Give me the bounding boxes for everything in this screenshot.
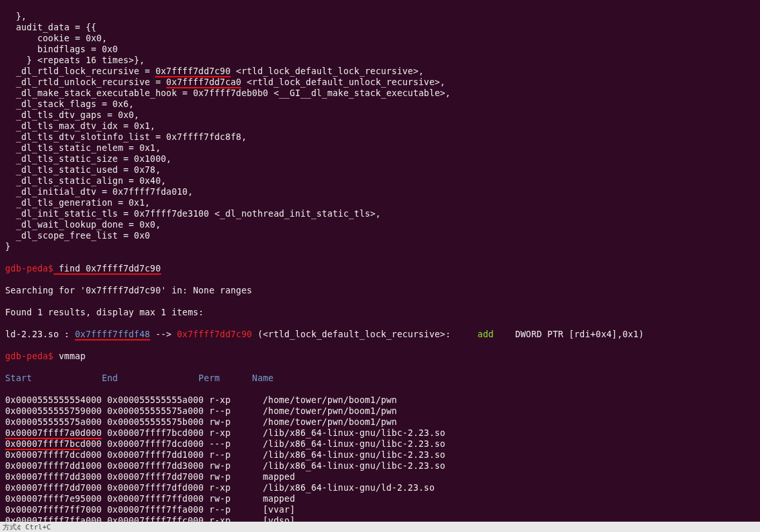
vmmap-start: 0x00007ffff7ff7000 bbox=[5, 504, 102, 515]
vmmap-perm: r--p bbox=[204, 449, 263, 460]
vmmap-header-name: Name bbox=[252, 373, 273, 383]
dump-line: _dl_make_stack_executable_hook = 0x7ffff… bbox=[5, 88, 755, 99]
vmmap-end: 0x000055555575a000 bbox=[102, 406, 204, 416]
vmmap-start: 0x00007ffff7dd7000 bbox=[5, 482, 102, 493]
vmmap-header-perm: Perm bbox=[199, 373, 252, 383]
dump-line: _dl_tls_dtv_slotinfo_list = 0x7ffff7fdc8… bbox=[5, 132, 755, 143]
vmmap-perm: ---p bbox=[204, 438, 263, 449]
vmmap-name: /lib/x86_64-linux-gnu/libc-2.23.so bbox=[263, 460, 445, 471]
vmmap-start: 0x000055555575a000 bbox=[5, 417, 102, 427]
dump-line: } bbox=[5, 241, 755, 252]
dump-line: _dl_scope_free_list = 0x0 bbox=[5, 230, 755, 241]
vmmap-start: 0x00007ffff7e95000 bbox=[5, 493, 102, 504]
dump-line: _dl_tls_static_size = 0x1000, bbox=[5, 153, 755, 164]
find-so-label: ld-2.23.so : bbox=[5, 329, 75, 339]
vmmap-perm: rw-p bbox=[204, 460, 263, 471]
found-address-2: 0x7ffff7dd7c90 bbox=[177, 329, 253, 339]
dump-line: } <repeats 16 times>}, bbox=[5, 55, 755, 66]
vmmap-end: 0x00007ffff7dfd000 bbox=[102, 482, 204, 493]
vmmap-row: 0x0000555555554000 0x000055555555a000 r-… bbox=[5, 395, 755, 406]
vmmap-header-start: Start bbox=[5, 373, 102, 383]
vmmap-row: 0x00007ffff7dd7000 0x00007ffff7dfd000 r-… bbox=[5, 482, 755, 493]
vmmap-start: 0x0000555555554000 bbox=[5, 395, 102, 405]
lock-addr: 0x7ffff7dd7c90 bbox=[155, 66, 231, 77]
dump-line: _dl_tls_static_nelem = 0x1, bbox=[5, 143, 755, 153]
dump-line: _dl_tls_static_align = 0x40, bbox=[5, 175, 755, 186]
vmmap-row: 0x000055555575a000 0x000055555575b000 rw… bbox=[5, 417, 755, 428]
vmmap-perm: r--p bbox=[204, 504, 263, 515]
dump-line: _dl_tls_dtv_gaps = 0x0, bbox=[5, 110, 755, 121]
vmmap-start: 0x00007ffff7dd3000 bbox=[5, 471, 102, 482]
dump-line: _dl_init_static_tls = 0x7ffff7de3100 <_d… bbox=[5, 208, 755, 219]
vmmap-perm: rw-p bbox=[204, 417, 263, 427]
unlock-addr: 0x7ffff7dd7ca0 bbox=[166, 77, 242, 88]
vmmap-end: 0x00007ffff7dd7000 bbox=[102, 471, 204, 482]
gdb-prompt: gdb-peda$ bbox=[5, 351, 54, 361]
vmmap-perm: r-xp bbox=[204, 482, 263, 493]
dump-line: _dl_rtld_lock_recursive = 0x7ffff7dd7c90… bbox=[5, 66, 755, 77]
found-address-1: 0x7ffff7ffdf48 bbox=[75, 329, 150, 340]
dump-line: audit_data = {{ bbox=[5, 22, 755, 33]
vmmap-name: /home/tower/pwn/boom1/pwn bbox=[263, 395, 397, 405]
vmmap-name: [vvar] bbox=[263, 504, 295, 515]
vmmap-perm: r-xp bbox=[204, 428, 263, 438]
dump-line: _dl_tls_generation = 0x1, bbox=[5, 197, 755, 208]
vmmap-end: 0x00007ffff7ffa000 bbox=[102, 504, 204, 515]
vmmap-end: 0x000055555575b000 bbox=[102, 417, 204, 427]
found-symbol: (<rtld_lock_default_lock_recursive>: bbox=[252, 329, 478, 339]
vmmap-row: 0x00007ffff7dcd000 0x00007ffff7dd1000 r-… bbox=[5, 449, 755, 460]
searching-text: Searching for '0x7ffff7dd7c90' in: None … bbox=[5, 285, 755, 296]
dump-line: _dl_initial_dtv = 0x7ffff7fda010, bbox=[5, 186, 755, 197]
vmmap-name: mapped bbox=[263, 493, 295, 504]
found-mnemonic: add bbox=[478, 329, 494, 339]
vmmap-end: 0x00007ffff7dd3000 bbox=[102, 460, 204, 471]
vmmap-row: 0x00007ffff7e95000 0x00007ffff7ffd000 rw… bbox=[5, 493, 755, 504]
dump-line: _dl_tls_static_used = 0x78, bbox=[5, 164, 755, 175]
vmmap-row: 0x00007ffff7ff7000 0x00007ffff7ffa000 r-… bbox=[5, 504, 755, 515]
vmmap-name: /lib/x86_64-linux-gnu/libc-2.23.so bbox=[263, 428, 445, 438]
vmmap-row: 0x00007ffff7dd3000 0x00007ffff7dd7000 rw… bbox=[5, 471, 755, 482]
gdb-prompt: gdb-peda$ bbox=[5, 263, 54, 273]
dump-line: _dl_rtld_unlock_recursive = 0x7ffff7dd7c… bbox=[5, 77, 755, 88]
dump-line: _dl_wait_lookup_done = 0x0, bbox=[5, 219, 755, 230]
vmmap-start: 0x00007ffff7a0d000 bbox=[5, 428, 102, 439]
vmmap-row: 0x00007ffff7dd1000 0x00007ffff7dd3000 rw… bbox=[5, 460, 755, 471]
vmmap-perm: rw-p bbox=[204, 471, 263, 482]
vmmap-end: 0x00007ffff7dd1000 bbox=[102, 449, 204, 460]
vmmap-end: 0x00007ffff7bcd000 bbox=[102, 428, 204, 438]
found-operands: DWORD PTR [rdi+0x4],0x1) bbox=[494, 329, 644, 339]
vmmap-command: vmmap bbox=[54, 351, 86, 361]
vmmap-row: 0x00007ffff7bcd000 0x00007ffff7dcd000 --… bbox=[5, 438, 755, 449]
vmmap-name: /lib/x86_64-linux-gnu/libc-2.23.so bbox=[263, 438, 445, 449]
vmmap-name: /lib/x86_64-linux-gnu/libc-2.23.so bbox=[263, 449, 445, 460]
vmmap-perm: rw-p bbox=[204, 493, 263, 504]
dump-line: cookie = 0x0, bbox=[5, 33, 755, 44]
vmmap-end: 0x00007ffff7dcd000 bbox=[102, 438, 204, 449]
found-text: Found 1 results, display max 1 items: bbox=[5, 307, 755, 318]
vmmap-end: 0x000055555555a000 bbox=[102, 395, 204, 405]
vmmap-header-end: End bbox=[102, 373, 199, 383]
vmmap-row: 0x00007ffff7a0d000 0x00007ffff7bcd000 r-… bbox=[5, 428, 755, 438]
vmmap-start: 0x00007ffff7dd1000 bbox=[5, 460, 102, 471]
vmmap-perm: r--p bbox=[204, 406, 263, 416]
status-bar: 方式¢ Ctrl+C bbox=[0, 522, 760, 532]
arrow: --> bbox=[150, 329, 177, 339]
vmmap-name: mapped bbox=[263, 471, 295, 482]
dump-line: _dl_tls_max_dtv_idx = 0x1, bbox=[5, 121, 755, 132]
dump-line: }, bbox=[5, 11, 755, 22]
terminal-output[interactable]: }, audit_data = {{ cookie = 0x0, bindfla… bbox=[0, 0, 760, 532]
vmmap-name: /home/tower/pwn/boom1/pwn bbox=[263, 406, 397, 416]
vmmap-start: 0x0000555555759000 bbox=[5, 406, 102, 416]
find-command: find 0x7ffff7dd7c90 bbox=[54, 263, 161, 275]
dump-line: _dl_stack_flags = 0x6, bbox=[5, 99, 755, 110]
vmmap-end: 0x00007ffff7ffd000 bbox=[102, 493, 204, 504]
vmmap-row: 0x0000555555759000 0x000055555575a000 r-… bbox=[5, 406, 755, 417]
dump-line: bindflags = 0x0 bbox=[5, 44, 755, 55]
vmmap-name: /lib/x86_64-linux-gnu/ld-2.23.so bbox=[263, 482, 435, 493]
vmmap-perm: r-xp bbox=[204, 395, 263, 405]
vmmap-start: 0x00007ffff7dcd000 bbox=[5, 449, 102, 460]
vmmap-name: /home/tower/pwn/boom1/pwn bbox=[263, 417, 397, 427]
